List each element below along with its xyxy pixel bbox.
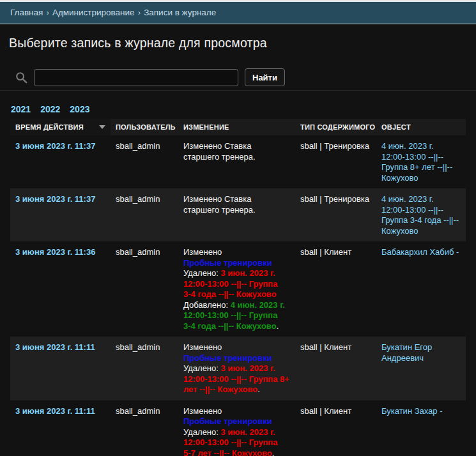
change-green-text: 12:00-13:00 --||-- Группа xyxy=(183,310,277,320)
change-text: . xyxy=(257,384,260,394)
change-text: . xyxy=(272,448,275,456)
change-text: Изменено xyxy=(183,406,222,416)
cell-object: Бабакархил Хабиб - xyxy=(376,241,466,337)
cell-user: sball_admin xyxy=(111,400,178,456)
log-entry-link[interactable]: 3 июня 2023 г. 11:11 xyxy=(15,406,95,416)
search-icon xyxy=(15,72,27,84)
change-red-text: 12:00-13:00 --||-- Группа xyxy=(183,437,277,447)
cell-change: Изменено Ставкастаршего тренера. xyxy=(178,188,295,241)
breadcrumb-home-link[interactable]: Главная xyxy=(10,8,43,17)
object-link[interactable]: 4 июн. 2023 г.12:00-13:00 --||--Группа 3… xyxy=(381,194,459,236)
search-input[interactable] xyxy=(34,69,238,86)
change-green-text: 3-4 года --||-- Кожухово xyxy=(183,321,277,331)
column-header-label: ВРЕМЯ ДЕЙСТВИЯ xyxy=(15,123,84,131)
object-link[interactable]: Букатин Захар - xyxy=(381,406,443,416)
year-filter-list: 2021 2022 2023 xyxy=(11,104,476,114)
breadcrumb-separator: › xyxy=(46,8,49,17)
cell-change: Изменено Ставкастаршего тренера. xyxy=(178,135,295,188)
change-text: Изменено xyxy=(183,342,222,352)
change-blue-text: Пробные тренировки xyxy=(183,353,272,363)
breadcrumb-separator: › xyxy=(138,8,141,17)
cell-content-type: sball | Клиент xyxy=(295,400,376,456)
sort-descending-icon[interactable] xyxy=(99,125,105,129)
change-text: Удалено: xyxy=(183,268,221,278)
table-row: 3 июня 2023 г. 11:37sball_adminИзменено … xyxy=(10,188,466,241)
column-header-object[interactable]: OBJECT xyxy=(376,119,466,135)
change-text: Удалено: xyxy=(183,427,221,437)
log-entry-link[interactable]: 3 июня 2023 г. 11:37 xyxy=(15,141,95,151)
object-link[interactable]: 4 июн. 2023 г.12:00-13:00 --||--Группа 8… xyxy=(381,141,452,183)
cell-change: ИзмененоПробные тренировкиУдалено: 3 июн… xyxy=(178,337,295,400)
table-row: 3 июня 2023 г. 11:37sball_adminИзменено … xyxy=(10,135,466,188)
search-button[interactable]: Найти xyxy=(245,68,285,86)
year-filter-2022[interactable]: 2022 xyxy=(40,104,60,114)
change-text: Изменено Ставка xyxy=(183,194,251,204)
cell-change: ИзмененоПробные тренировкиУдалено: 3 июн… xyxy=(178,400,295,456)
cell-change: ИзмененоПробные тренировкиУдалено: 3 июн… xyxy=(178,241,295,337)
change-text: Изменено xyxy=(183,247,222,257)
change-blue-text: Пробные тренировки xyxy=(183,416,272,426)
object-link[interactable]: Букатин ЕгорАндреевич xyxy=(381,342,432,363)
cell-user: sball_admin xyxy=(111,188,178,241)
change-red-text: 3 июн. 2023 г. xyxy=(221,427,275,437)
cell-action-time: 3 июня 2023 г. 11:11 xyxy=(10,337,111,400)
cell-object: Букатин Захар - xyxy=(376,400,466,456)
cell-content-type: sball | Клиент xyxy=(295,337,376,400)
log-entries-table: ВРЕМЯ ДЕЙСТВИЯ ПОЛЬЗОВАТЕЛЬ ИЗМЕНЕНИЕ ТИ… xyxy=(10,119,466,456)
cell-action-time: 3 июня 2023 г. 11:36 xyxy=(10,241,111,337)
change-red-text: 12:00-13:00 --||-- Группа xyxy=(183,279,277,289)
table-row: 3 июня 2023 г. 11:11sball_adminИзмененоП… xyxy=(10,337,466,400)
log-entry-link[interactable]: 3 июня 2023 г. 11:37 xyxy=(15,194,95,204)
change-blue-text: Пробные тренировки xyxy=(183,258,272,268)
cell-object: 4 июн. 2023 г.12:00-13:00 --||--Группа 8… xyxy=(376,135,466,188)
change-text: Удалено: xyxy=(183,363,221,373)
log-entry-link[interactable]: 3 июня 2023 г. 11:11 xyxy=(15,342,95,352)
change-text: Добавлено: xyxy=(183,300,231,310)
change-text: . xyxy=(277,321,279,331)
cell-user: sball_admin xyxy=(111,241,178,337)
cell-action-time: 3 июня 2023 г. 11:11 xyxy=(10,400,111,456)
cell-action-time: 3 июня 2023 г. 11:37 xyxy=(10,135,111,188)
cell-action-time: 3 июня 2023 г. 11:37 xyxy=(10,188,111,241)
cell-user: sball_admin xyxy=(111,337,178,400)
change-red-text: 5-7 лет --||-- Кожухово xyxy=(183,448,272,456)
log-entry-link[interactable]: 3 июня 2023 г. 11:36 xyxy=(15,247,95,257)
search-toolbar: Найти xyxy=(0,65,476,91)
cell-content-type: sball | Тренировка xyxy=(295,135,376,188)
breadcrumb-current: Записи в журнале xyxy=(144,8,216,17)
cell-object: 4 июн. 2023 г.12:00-13:00 --||--Группа 3… xyxy=(376,188,466,241)
column-header-user[interactable]: ПОЛЬЗОВАТЕЛЬ xyxy=(111,119,178,135)
page-title: Выберите запись в журнале для просмотра xyxy=(9,36,476,50)
cell-user: sball_admin xyxy=(111,135,178,188)
change-green-text: 4 июн. 2023 г. xyxy=(231,300,285,310)
change-red-text: 3-4 года --||-- Кожухово xyxy=(183,289,277,299)
change-text: Изменено Ставка xyxy=(183,141,251,151)
change-text: старшего тренера. xyxy=(183,152,256,162)
change-red-text: 3 июн. 2023 г. xyxy=(221,268,275,278)
table-row: 3 июня 2023 г. 11:11sball_adminИзмененоП… xyxy=(10,400,466,456)
cell-content-type: sball | Тренировка xyxy=(295,188,376,241)
table-header-row: ВРЕМЯ ДЕЙСТВИЯ ПОЛЬЗОВАТЕЛЬ ИЗМЕНЕНИЕ ТИ… xyxy=(10,119,466,135)
column-header-content-type[interactable]: ТИП СОДЕРЖИМОГО xyxy=(295,119,376,135)
column-header-action-time[interactable]: ВРЕМЯ ДЕЙСТВИЯ xyxy=(10,119,111,135)
year-filter-2021[interactable]: 2021 xyxy=(11,104,31,114)
change-red-text: лет --||-- Кожухово xyxy=(183,384,257,394)
object-link[interactable]: Бабакархил Хабиб - xyxy=(381,247,459,257)
table-row: 3 июня 2023 г. 11:36sball_adminИзмененоП… xyxy=(10,241,466,337)
column-header-change[interactable]: ИЗМЕНЕНИЕ xyxy=(178,119,295,135)
change-text: старшего тренера. xyxy=(183,205,256,215)
cell-content-type: sball | Клиент xyxy=(295,241,376,337)
cell-object: Букатин ЕгорАндреевич xyxy=(376,337,466,400)
breadcrumb: Главная›Администрирование›Записи в журна… xyxy=(0,2,476,24)
breadcrumb-admin-link[interactable]: Администрирование xyxy=(52,8,135,17)
year-filter-2023[interactable]: 2023 xyxy=(70,104,89,114)
change-red-text: 12:00-13:00 --||-- Группа 8+ xyxy=(183,374,289,384)
change-red-text: 3 июн. 2023 г. xyxy=(221,363,275,373)
